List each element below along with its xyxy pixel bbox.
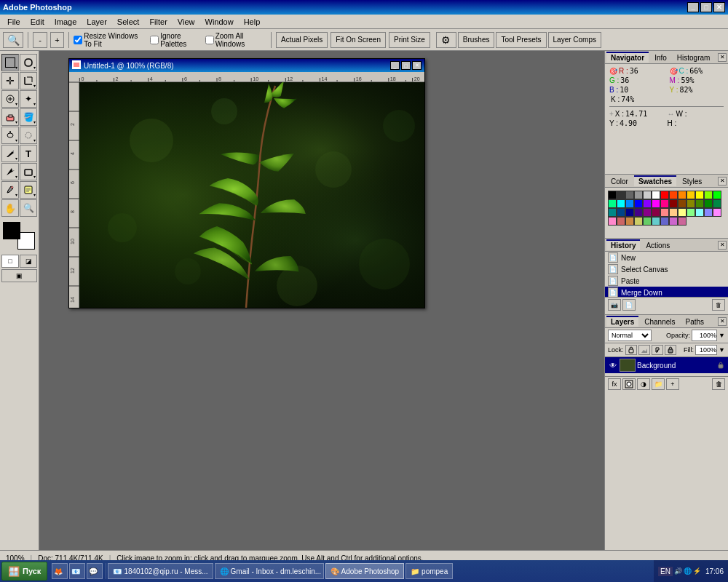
swatch-31[interactable]	[652, 208, 660, 217]
tab-color[interactable]: Color	[606, 176, 633, 186]
start-button[interactable]: 🪟 Пуск	[1, 562, 47, 581]
lock-position-btn[interactable]	[652, 345, 663, 355]
swatch-26[interactable]	[608, 208, 617, 217]
layer-visibility-icon[interactable]: 👁	[608, 360, 618, 370]
history-item-select[interactable]: 📄 Select Canvas	[605, 263, 728, 275]
resize-windows-checkbox[interactable]	[74, 36, 82, 44]
stamp-tool[interactable]: ✦ ▾	[20, 90, 37, 108]
path-select-tool[interactable]: ▾	[1, 163, 19, 180]
pen-tool[interactable]: ▾	[1, 145, 19, 162]
doc-maximize-btn[interactable]: □	[401, 61, 411, 70]
blur-tool[interactable]: ▾	[20, 127, 37, 144]
swatch-13[interactable]	[608, 199, 617, 208]
blend-mode-select[interactable]: Normal Multiply Screen	[608, 330, 652, 341]
doc-close-btn[interactable]: ✕	[412, 61, 422, 70]
swatch-33[interactable]	[669, 208, 678, 217]
tab-paths[interactable]: Paths	[681, 316, 709, 327]
history-item-merge[interactable]: 📄 Merge Down	[605, 287, 728, 297]
tab-histogram[interactable]: Histogram	[673, 52, 715, 63]
actual-pixels-btn[interactable]: Actual Pixels	[276, 32, 328, 48]
maximize-button[interactable]: □	[700, 2, 712, 12]
menu-edit[interactable]: Edit	[26, 16, 49, 28]
swatch-34[interactable]	[678, 208, 687, 217]
history-new-doc-btn[interactable]: 📄	[622, 299, 636, 311]
swatch-32[interactable]	[660, 208, 669, 217]
tab-styles[interactable]: Styles	[678, 176, 706, 186]
ignore-palettes-label[interactable]: Ignore Palettes	[150, 32, 202, 48]
swatch-3[interactable]	[634, 191, 643, 199]
brushes-btn[interactable]: Brushes	[458, 32, 495, 48]
zoom-in-btn[interactable]: +	[50, 32, 65, 48]
eraser-tool[interactable]: ▾	[1, 108, 19, 126]
swatch-47[interactable]	[678, 217, 687, 226]
swatch-10[interactable]	[695, 191, 704, 199]
swatch-11[interactable]	[704, 191, 713, 199]
swatch-9[interactable]	[687, 191, 695, 199]
swatch-14[interactable]	[617, 199, 625, 208]
swatch-24[interactable]	[704, 199, 713, 208]
taskbar-app-gmail[interactable]: 🌐 Gmail - Inbox - dm.leschin...	[215, 563, 324, 579]
navigator-close-btn[interactable]: ✕	[718, 53, 727, 62]
fit-screen-btn[interactable]: Fit On Screen	[331, 32, 386, 48]
quicklaunch-icon3[interactable]: 💬	[87, 563, 103, 579]
healing-tool[interactable]: ▾	[1, 90, 19, 108]
tab-layers[interactable]: Layers	[606, 316, 638, 327]
swatch-4[interactable]	[643, 191, 652, 199]
swatch-17[interactable]	[643, 199, 652, 208]
taskbar-app-photoshop[interactable]: 🎨 Adobe Photoshop	[325, 563, 405, 579]
zoom-all-label[interactable]: Zoom All Windows	[205, 32, 267, 48]
dodge-tool[interactable]: ▾	[1, 127, 19, 144]
close-button[interactable]: ✕	[713, 2, 725, 12]
history-item-new[interactable]: 📄 New	[605, 252, 728, 263]
shape-tool[interactable]: ▾	[20, 163, 37, 180]
history-delete-btn[interactable]: 🗑	[712, 299, 725, 311]
tab-swatches[interactable]: Swatches	[634, 175, 676, 186]
swatch-40[interactable]	[617, 217, 625, 226]
history-item-paste[interactable]: 📄 Paste	[605, 275, 728, 287]
resize-windows-label[interactable]: Resize Windows To Fit	[74, 32, 147, 48]
lock-transparent-btn[interactable]	[625, 345, 637, 355]
menu-image[interactable]: Image	[50, 16, 82, 28]
opacity-input[interactable]	[692, 330, 717, 341]
notes-tool[interactable]: ▾	[20, 181, 37, 199]
swatch-1[interactable]	[617, 191, 625, 199]
zoom-tool-btn[interactable]: 🔍	[3, 32, 23, 48]
layer-new-fill-btn[interactable]: ◑	[637, 378, 650, 390]
tab-info[interactable]: Info	[650, 52, 671, 63]
layer-comps-btn[interactable]: Layer Comps	[548, 32, 601, 48]
color-panel-close[interactable]: ✕	[718, 177, 727, 186]
quicklaunch-icon2[interactable]: 📧	[69, 563, 85, 579]
lock-image-btn[interactable]	[638, 345, 650, 355]
menu-window[interactable]: Window	[201, 16, 238, 28]
print-size-btn[interactable]: Print Size	[389, 32, 430, 48]
layers-panel-close[interactable]: ✕	[718, 317, 727, 326]
menu-file[interactable]: File	[3, 16, 25, 28]
paintbucket-tool[interactable]: 🪣 ▾	[20, 108, 37, 126]
layer-mask-btn[interactable]	[622, 378, 636, 390]
eyedropper-tool[interactable]: ▾	[1, 181, 19, 199]
fill-input[interactable]	[695, 345, 717, 355]
marquee-tool[interactable]: ▾	[1, 54, 19, 71]
swatch-16[interactable]	[634, 199, 643, 208]
taskbar-app-email[interactable]: 📧 1840102@qip.ru - Mess...	[108, 563, 213, 579]
swatch-7[interactable]	[669, 191, 678, 199]
lock-all-btn[interactable]	[665, 345, 676, 355]
tab-navigator[interactable]: Navigator	[606, 52, 649, 63]
swatch-0[interactable]	[608, 191, 617, 199]
swatch-2[interactable]	[625, 191, 634, 199]
swatch-20[interactable]	[669, 199, 678, 208]
minimize-button[interactable]: _	[687, 2, 699, 12]
zoom-all-checkbox[interactable]	[205, 36, 214, 44]
swatch-30[interactable]	[643, 208, 652, 217]
swatch-37[interactable]	[704, 208, 713, 217]
document-canvas[interactable]	[79, 82, 424, 308]
menu-filter[interactable]: Filter	[145, 16, 171, 28]
tab-channels[interactable]: Channels	[640, 316, 679, 327]
ignore-palettes-checkbox[interactable]	[150, 36, 159, 44]
doc-minimize-btn[interactable]: _	[390, 61, 400, 70]
swatch-5[interactable]	[652, 191, 660, 199]
swatch-21[interactable]	[678, 199, 687, 208]
layer-delete-btn[interactable]: 🗑	[712, 378, 725, 390]
menu-layer[interactable]: Layer	[82, 16, 111, 28]
move-tool[interactable]: ✛	[1, 72, 19, 89]
